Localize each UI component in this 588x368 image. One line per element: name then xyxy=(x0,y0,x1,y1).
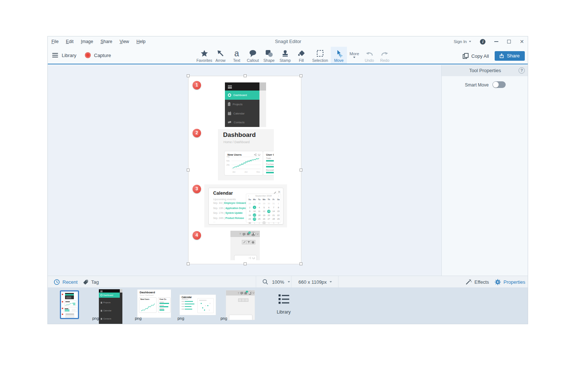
tool-properties-panel: Tool Properties ? Smart Move xyxy=(441,65,528,276)
tool-move[interactable]: Move xyxy=(331,47,347,64)
tool-favorites[interactable]: Favorites xyxy=(196,47,212,64)
x-tick: Jun xyxy=(244,171,248,173)
copy-all-button[interactable]: Copy All xyxy=(462,53,489,59)
star-icon xyxy=(200,49,208,58)
mini-calendar-cell: 8 xyxy=(276,206,281,210)
tag-icon xyxy=(83,279,89,285)
refresh-icon xyxy=(258,153,260,156)
tool-fill[interactable]: Fill xyxy=(293,47,309,64)
canvas-size-control[interactable]: 660 x 1109px xyxy=(298,276,332,288)
mini-calendar-cell: 2 xyxy=(247,206,252,210)
mini-calendar-cell: 1 xyxy=(276,202,281,206)
tray-thumbnail[interactable]: ? xyxy=(226,290,255,320)
chevron-down-icon xyxy=(469,41,471,42)
properties-button[interactable]: Properties xyxy=(495,276,525,288)
mini-calendar-cell: 25 xyxy=(257,217,262,221)
mini-calendar-cell: 17 xyxy=(252,213,257,217)
avatar xyxy=(251,232,255,236)
recent-tab[interactable]: Recent xyxy=(54,276,78,288)
tray-thumbnail[interactable]: Dashboard Home / Dashboard New Users Use… xyxy=(137,289,171,318)
chevron-down-icon xyxy=(288,281,290,283)
capture-button[interactable]: Capture xyxy=(94,53,111,58)
maximize-button[interactable] xyxy=(507,40,511,43)
mock-button-group xyxy=(242,240,255,244)
effects-button[interactable]: Effects xyxy=(465,276,489,288)
y-tick: 75k xyxy=(226,156,230,158)
mini-calendar-cell: 26 xyxy=(262,217,266,221)
share-button[interactable]: Share xyxy=(495,51,525,61)
selection-handle[interactable] xyxy=(244,262,247,265)
library-hamburger-icon[interactable] xyxy=(52,52,58,59)
tray-library-button[interactable]: Library xyxy=(273,293,295,318)
selection-handle[interactable] xyxy=(187,169,190,171)
mini-calendar-cell: 23 xyxy=(247,217,252,221)
tray-thumbnail[interactable]: Dashboard Projects Calendar Contacts xyxy=(99,289,122,324)
tag-label: Tag xyxy=(91,279,99,285)
tool-label: Arrow xyxy=(215,58,225,63)
mini-calendar-cell: 30 xyxy=(247,221,252,225)
toolbar-left: Library Capture xyxy=(52,47,116,64)
selection-handle[interactable] xyxy=(187,74,190,77)
more-label: More xyxy=(349,52,359,56)
conversion-bar-track xyxy=(266,166,274,168)
x-tick: Jan xyxy=(232,171,236,173)
close-button[interactable]: ✕ xyxy=(520,39,524,44)
title-bar-controls: Sign In i ✕ xyxy=(453,36,524,47)
tray-thumbnail[interactable]: Calendar xyxy=(179,294,216,315)
mini-calendar-cell: 19 xyxy=(262,213,266,217)
snagit-editor-window: File Edit Image Share View Help Snagit E… xyxy=(47,36,528,324)
mini-calendar-day-header: Su xyxy=(247,198,252,202)
tool-arrow[interactable]: Arrow xyxy=(212,47,229,64)
minimize-button[interactable] xyxy=(494,41,498,42)
editor-canvas[interactable]: 1 2 3 4 Dashboard Projects xyxy=(48,65,441,276)
info-icon[interactable]: i xyxy=(480,39,485,45)
capture-icon[interactable] xyxy=(85,53,90,58)
smart-move-label: Smart Move xyxy=(465,82,489,88)
selection-handle[interactable] xyxy=(187,262,190,265)
library-button[interactable]: Library xyxy=(62,53,76,58)
callout-step-4: 4 xyxy=(193,231,201,240)
tool-text[interactable]: a Text xyxy=(229,47,245,64)
mini-calendar-cell: 26 xyxy=(247,202,252,206)
event-date: Sep. 17th | xyxy=(213,212,225,214)
conversion-row: Purchases xyxy=(266,163,274,167)
mock-dashboard-title: Dashboard xyxy=(223,131,256,139)
conversion-bar-track xyxy=(266,172,274,174)
zoom-control[interactable]: 100% xyxy=(262,276,290,288)
status-bar: Recent Tag 100% 660 x 1109px Effects Pro… xyxy=(48,276,528,287)
tool-selection[interactable]: Selection xyxy=(309,47,331,64)
thumb-mini-card: User Co xyxy=(158,297,171,313)
hamburger-icon xyxy=(228,85,232,89)
selection-handle[interactable] xyxy=(300,74,302,77)
mock-calendar-card: Calendar ✕ Upcoming events Sep. 3rd | Em… xyxy=(208,188,283,224)
fill-icon xyxy=(297,49,305,58)
tray-thumbnail-selected[interactable] xyxy=(60,290,79,319)
document-image[interactable]: 1 2 3 4 Dashboard Projects xyxy=(188,76,301,264)
selection-handle[interactable] xyxy=(300,169,302,171)
tool-shape[interactable]: Shape xyxy=(261,47,277,64)
selection-handle[interactable] xyxy=(300,262,302,265)
tool-stamp[interactable]: Stamp xyxy=(277,47,293,64)
magic-wand-icon xyxy=(465,279,472,285)
tool-more[interactable]: More xyxy=(347,47,362,64)
redo-button[interactable]: Redo xyxy=(377,47,392,64)
mini-calendar-cell: 16 xyxy=(247,213,252,217)
toolbar-actions: Copy All Share xyxy=(462,51,525,61)
help-icon: ? xyxy=(239,232,241,236)
sign-in-button[interactable]: Sign In xyxy=(453,39,471,44)
mini-calendar-cell: 6 xyxy=(266,206,271,210)
tool-label: Stamp xyxy=(280,58,291,63)
undo-button[interactable]: Undo xyxy=(362,47,377,64)
tool-callout[interactable]: Callout xyxy=(245,47,261,64)
mock-nav-label: Contacts xyxy=(234,121,245,124)
smart-move-toggle[interactable] xyxy=(492,81,506,88)
selection-handle[interactable] xyxy=(244,74,247,77)
redo-icon xyxy=(380,49,389,58)
mock-topbar xyxy=(225,82,259,91)
help-icon[interactable]: ? xyxy=(519,67,525,74)
mini-calendar-cell: 30 xyxy=(266,202,271,206)
mini-line-chart xyxy=(232,156,261,170)
gear-icon xyxy=(495,279,501,285)
tag-tab[interactable]: Tag xyxy=(83,276,99,288)
notification-badge: 5 xyxy=(248,231,251,234)
